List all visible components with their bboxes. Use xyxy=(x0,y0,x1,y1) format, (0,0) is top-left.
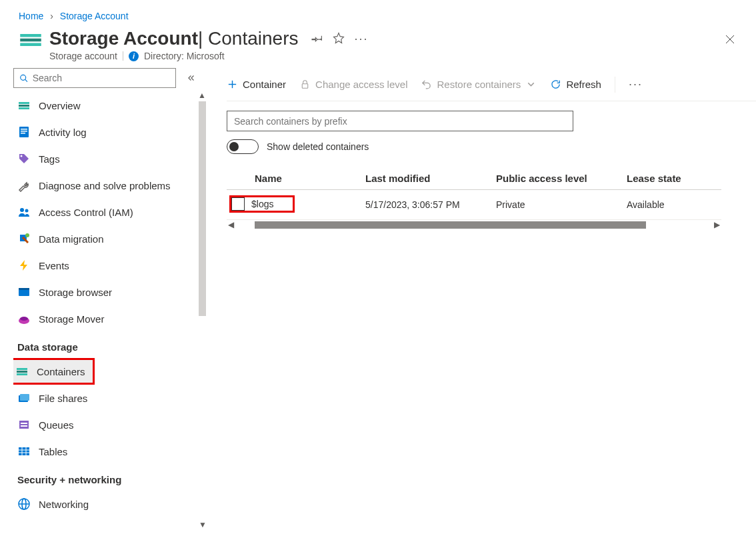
sidebar-scroll-down[interactable]: ▼ xyxy=(199,520,207,529)
search-prefix-input[interactable] xyxy=(227,111,573,131)
plus-icon xyxy=(227,79,238,90)
sidebar-item-storage-mover[interactable]: Storage Mover xyxy=(13,305,195,332)
mover-icon xyxy=(17,312,31,325)
sidebar-scrollbar[interactable]: ▲ xyxy=(196,89,208,316)
svg-point-5 xyxy=(21,75,26,80)
svg-line-6 xyxy=(25,79,27,81)
sidebar-item-tables[interactable]: Tables xyxy=(13,438,195,465)
page-header: Storage Account| Containers ··· Storage … xyxy=(0,28,756,68)
wrench-icon xyxy=(17,179,31,192)
table-icon xyxy=(17,445,31,458)
svg-rect-24 xyxy=(17,373,27,375)
sidebar-item-overview[interactable]: Overview xyxy=(13,92,195,119)
collapse-sidebar-button[interactable] xyxy=(181,68,201,88)
containers-table: Name Last modified Public access level L… xyxy=(227,167,721,229)
svg-rect-22 xyxy=(17,368,27,370)
svg-point-16 xyxy=(25,209,29,213)
svg-rect-0 xyxy=(20,34,41,37)
svg-rect-12 xyxy=(21,131,27,132)
col-name[interactable]: Name xyxy=(255,173,365,184)
sidebar-item-storage-browser[interactable]: Storage browser xyxy=(13,279,195,305)
sidebar-section-data-storage: Data storage xyxy=(13,332,195,358)
restore-button: Restore containers xyxy=(421,79,537,90)
sidebar-search[interactable] xyxy=(13,68,176,88)
sidebar-section-security: Security + networking xyxy=(13,465,195,491)
svg-point-15 xyxy=(20,208,24,212)
row-name: $logs xyxy=(251,199,273,209)
col-modified[interactable]: Last modified xyxy=(365,173,496,184)
svg-rect-27 xyxy=(19,421,29,429)
col-lease[interactable]: Lease state xyxy=(627,173,721,184)
svg-rect-13 xyxy=(21,133,25,134)
show-deleted-toggle[interactable] xyxy=(227,139,259,154)
svg-rect-2 xyxy=(20,43,41,47)
col-access[interactable]: Public access level xyxy=(496,173,627,184)
refresh-button[interactable]: Refresh xyxy=(550,79,601,90)
breadcrumb-storage-account[interactable]: Storage Account xyxy=(60,11,129,21)
more-icon[interactable]: ··· xyxy=(354,32,368,46)
row-checkbox[interactable] xyxy=(231,197,245,211)
star-icon[interactable] xyxy=(333,32,345,46)
svg-rect-9 xyxy=(19,107,29,109)
sidebar-item-events[interactable]: Events xyxy=(13,252,195,279)
storage-icon xyxy=(17,99,31,112)
close-button[interactable] xyxy=(724,28,743,47)
add-container-button[interactable]: Container xyxy=(227,79,286,90)
svg-rect-10 xyxy=(19,127,29,137)
row-modified: 5/17/2023, 3:06:57 PM xyxy=(365,199,496,210)
svg-point-21 xyxy=(20,317,28,321)
lightning-icon xyxy=(17,259,31,272)
svg-rect-26 xyxy=(20,394,29,401)
change-access-button: Change access level xyxy=(299,79,407,90)
table-row[interactable]: $logs 5/17/2023, 3:06:57 PM Private Avai… xyxy=(227,190,721,220)
sidebar-item-data-migration[interactable]: Data migration xyxy=(13,225,195,252)
toolbar-more-icon[interactable]: ··· xyxy=(629,77,643,91)
storage-account-icon xyxy=(19,28,43,52)
lock-icon xyxy=(299,79,311,90)
chevron-right-icon: › xyxy=(50,11,53,21)
sidebar-item-diagnose[interactable]: Diagnose and solve problems xyxy=(13,172,195,199)
svg-point-14 xyxy=(21,155,23,157)
svg-rect-29 xyxy=(21,425,27,427)
svg-rect-7 xyxy=(19,102,29,104)
search-icon xyxy=(19,73,29,83)
sidebar-item-file-shares[interactable]: File shares xyxy=(13,385,195,411)
file-share-icon xyxy=(17,391,31,405)
row-lease: Available xyxy=(627,199,721,210)
chevron-down-icon xyxy=(525,79,537,90)
undo-icon xyxy=(421,79,432,90)
sidebar-item-activity-log[interactable]: Activity log xyxy=(13,119,195,145)
svg-rect-8 xyxy=(19,105,29,107)
page-title: Storage Account| Containers xyxy=(49,28,298,49)
log-icon xyxy=(17,125,31,139)
queue-icon xyxy=(17,418,31,431)
sidebar-item-containers[interactable]: Containers xyxy=(13,358,95,385)
show-deleted-label: Show deleted containers xyxy=(267,141,369,152)
table-horizontal-scrollbar[interactable]: ◀ ▶ xyxy=(227,220,721,229)
sidebar-item-networking[interactable]: Networking xyxy=(13,491,195,517)
toolbar: Container Change access level Restore co… xyxy=(227,68,756,101)
sidebar-item-tags[interactable]: Tags xyxy=(13,145,195,172)
migration-icon xyxy=(17,232,31,245)
tag-icon xyxy=(17,152,31,165)
info-icon: i xyxy=(129,51,139,61)
svg-rect-19 xyxy=(19,288,29,290)
svg-rect-11 xyxy=(21,129,27,130)
sidebar-search-input[interactable] xyxy=(33,73,170,83)
directory-label: Directory: Microsoft xyxy=(144,51,225,61)
chevron-double-left-icon xyxy=(187,73,196,83)
breadcrumb-home[interactable]: Home xyxy=(19,11,43,21)
svg-rect-40 xyxy=(302,84,308,88)
svg-rect-1 xyxy=(20,39,41,42)
pin-icon[interactable] xyxy=(311,32,323,46)
container-icon xyxy=(15,365,29,378)
sidebar-item-iam[interactable]: Access Control (IAM) xyxy=(13,199,195,225)
refresh-icon xyxy=(550,79,561,90)
breadcrumb: Home › Storage Account xyxy=(0,0,756,28)
main-content: Container Change access level Restore co… xyxy=(207,68,756,533)
svg-rect-28 xyxy=(21,423,27,424)
row-access: Private xyxy=(496,199,627,210)
sidebar-item-queues[interactable]: Queues xyxy=(13,411,195,438)
svg-rect-30 xyxy=(19,447,29,455)
svg-point-17 xyxy=(25,233,29,237)
